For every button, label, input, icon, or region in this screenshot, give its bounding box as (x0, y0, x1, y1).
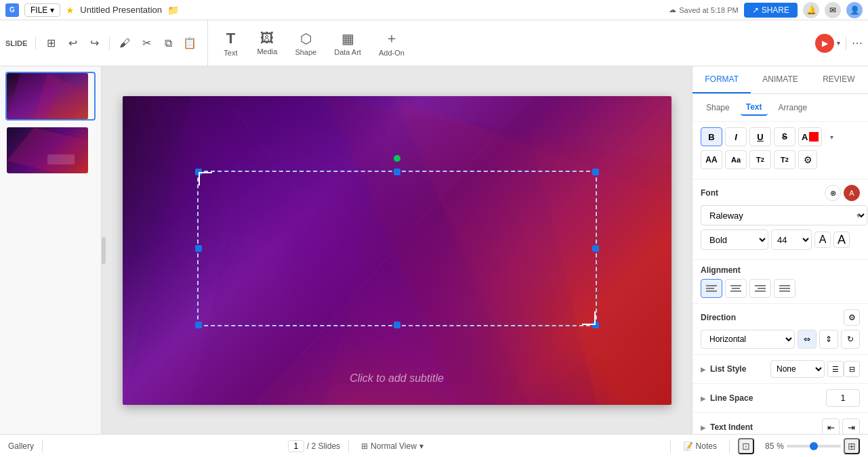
play-button[interactable]: ▶ (815, 34, 834, 53)
folder-icon[interactable]: 📁 (167, 5, 179, 16)
alignment-buttons (701, 279, 860, 298)
zoom-fit-button[interactable]: ⊞ (844, 438, 860, 454)
shape-tool-button[interactable]: ⬡ Shape (287, 24, 325, 63)
align-right-button[interactable] (749, 279, 771, 298)
italic-button[interactable]: I (725, 127, 747, 146)
subtitle-placeholder[interactable]: Click to add subtitle (123, 372, 671, 385)
tab-arrange[interactable]: Arrange (773, 100, 813, 115)
play-dropdown-arrow[interactable]: ▾ (837, 39, 840, 47)
color-expand-button[interactable]: ▾ (825, 127, 838, 146)
fit-to-screen-button[interactable]: ⊡ (738, 438, 754, 454)
tab-format[interactable]: FORMAT (693, 66, 751, 93)
align-center-button[interactable] (725, 279, 747, 298)
panel-divider[interactable] (102, 237, 106, 264)
font-color-accent-button[interactable]: A (844, 185, 860, 201)
shape-label: Shape (295, 48, 316, 56)
font-family-row: Raleway ▾ (701, 205, 860, 225)
toolbar-tools: T Text 🖼 Media ⬡ Shape ▦ Data Art ＋ Add-… (208, 24, 815, 63)
document-title[interactable]: Untitled Presentation (80, 5, 162, 15)
page-info: / 2 Slides (288, 440, 340, 452)
bold-button[interactable]: B (701, 127, 722, 146)
zoom-thumb[interactable] (810, 442, 818, 450)
underline-button[interactable]: U (749, 127, 771, 146)
direction-settings-button[interactable]: ⚙ (844, 309, 860, 326)
subscript-button[interactable]: T2 (774, 150, 795, 169)
notes-button[interactable]: 📝 Notes (679, 440, 721, 452)
paint-format-button[interactable]: 🖌 (115, 34, 134, 53)
align-left-button[interactable] (701, 279, 722, 298)
superscript-button[interactable]: T2 (749, 150, 771, 169)
align-justify-button[interactable] (774, 279, 795, 298)
user-avatar[interactable]: 👤 (846, 2, 863, 18)
collapse-arrow-linespace: ▶ (701, 395, 706, 402)
indent-decrease-button[interactable]: ⇤ (822, 418, 840, 434)
dir-btn-rotated[interactable]: ↻ (841, 330, 860, 349)
page-input[interactable] (288, 440, 304, 452)
toolbar-left: SLIDE ⊞ ↩ ↪ 🖌 ✂ ⧉ 📋 (5, 20, 208, 66)
color-swatch (809, 132, 819, 142)
tab-text[interactable]: Text (741, 100, 768, 116)
line-space-input[interactable] (826, 389, 860, 407)
normal-view-button[interactable]: ⊞ Normal View ▾ (357, 440, 428, 452)
direction-select[interactable]: Horizontal Vertical (701, 330, 795, 349)
tab-review[interactable]: REVIEW (810, 66, 868, 93)
canvas-area[interactable]: Click to add subtitle (102, 66, 692, 434)
line-space-label: Line Space (710, 393, 826, 403)
share-button[interactable]: ↗ SHARE (744, 3, 798, 18)
notifications-button[interactable]: 🔔 (803, 2, 819, 18)
collapse-arrow-indent: ▶ (701, 424, 706, 431)
text-indent-section: ▶ Text Indent ⇤ ⇥ (693, 413, 868, 434)
dir-btn-vertical[interactable]: ⇕ (819, 330, 838, 349)
chevron-down-icon: ▾ (50, 5, 54, 15)
dataart-tool-button[interactable]: ▦ Data Art (326, 24, 369, 63)
zoom-slider[interactable] (787, 445, 841, 448)
list-style-label: List Style (710, 364, 770, 374)
save-status-text: Saved at 5:18 PM (679, 6, 738, 14)
list-style-select[interactable]: None (770, 360, 825, 378)
format-buttons-row: B I U S A ▾ (701, 127, 860, 146)
addon-icon: ＋ (385, 29, 398, 47)
text-settings-button[interactable]: ⚙ (798, 150, 817, 169)
line-space-header[interactable]: ▶ Line Space (693, 384, 868, 412)
undo-button[interactable]: ↩ (63, 34, 82, 53)
copy-button[interactable]: ⧉ (159, 34, 178, 53)
font-size-select[interactable]: 44 (771, 230, 812, 250)
font-size-increase-button[interactable]: A (833, 232, 850, 248)
mail-button[interactable]: ✉ (825, 2, 841, 18)
slide-thumbnail-1[interactable]: 1 (5, 72, 96, 121)
more-options-icon[interactable]: ⋯ (852, 37, 863, 49)
font-size-decrease-button[interactable]: A (814, 232, 831, 248)
slide-preview-1 (7, 73, 88, 119)
font-color-button[interactable]: A (798, 127, 822, 146)
addon-label: Add-On (379, 49, 405, 57)
capitalize-button[interactable]: Aa (725, 150, 747, 169)
zoom-percent: % (777, 441, 784, 451)
file-menu-button[interactable]: FILE ▾ (24, 3, 60, 17)
font-family-select[interactable]: Raleway (701, 205, 867, 225)
slide-panel: 1 2 (0, 66, 102, 434)
list-expand-button[interactable]: ☰ (827, 361, 844, 377)
text-indent-header[interactable]: ▶ Text Indent ⇤ ⇥ (693, 413, 868, 434)
addon-tool-button[interactable]: ＋ Add-On (371, 24, 413, 63)
paste-button[interactable]: 📋 (180, 34, 199, 53)
dir-btn-horizontal[interactable]: ⇔ (798, 330, 817, 349)
indent-increase-button[interactable]: ⇥ (842, 418, 860, 434)
slide-thumbnail-2[interactable]: 2 (5, 126, 96, 175)
cut-button[interactable]: ✂ (137, 34, 156, 53)
direction-header: Direction ⚙ (701, 309, 860, 326)
font-style-select[interactable]: Bold (701, 230, 768, 250)
strikethrough-button[interactable]: S (774, 127, 795, 146)
media-tool-button[interactable]: 🖼 Media (249, 24, 285, 63)
list-style-header[interactable]: ▶ List Style None ☰ ⊟ (693, 355, 868, 383)
slide-canvas[interactable]: Click to add subtitle (123, 96, 671, 405)
favorite-icon[interactable]: ★ (66, 5, 75, 16)
tab-shape[interactable]: Shape (701, 100, 735, 115)
text-tool-button[interactable]: T Text (213, 24, 247, 63)
redo-button[interactable]: ↪ (85, 34, 104, 53)
list-options-button[interactable]: ⊟ (844, 361, 860, 377)
font-section-label: Font (701, 188, 825, 198)
grid-view-button[interactable]: ⊞ (41, 34, 60, 53)
uppercase-button[interactable]: AA (701, 150, 722, 169)
clear-font-button[interactable]: ⊗ (825, 185, 841, 201)
tab-animate[interactable]: ANIMATE (751, 66, 809, 93)
